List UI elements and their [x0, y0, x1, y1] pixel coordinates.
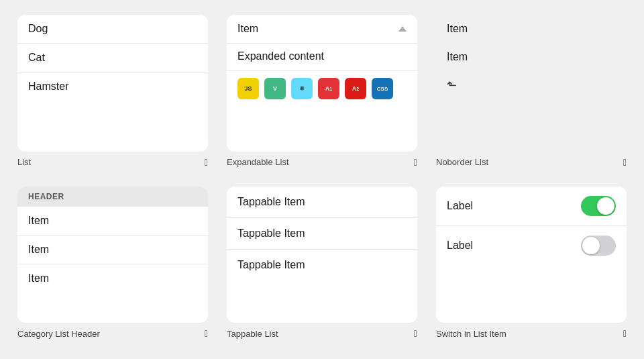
cell-noborder-list: Item Item ⬑ Noborder List  — [427, 8, 636, 180]
list-item: Hamster — [17, 72, 208, 101]
chevron-up-icon — [398, 26, 407, 32]
cell-label: Noborder List  — [436, 157, 627, 168]
angular2-icon: A2 — [345, 78, 366, 99]
list-label: List — [17, 157, 31, 167]
switch-label: Label — [447, 200, 473, 212]
css-icon: CSS — [372, 78, 393, 99]
apple-icon:  — [414, 157, 417, 168]
tappable-list-label: Tappable List — [227, 329, 278, 339]
switch-list-label: Switch in List Item — [436, 329, 506, 339]
expandable-list-card: Item Expanded content JS V ⚛ A1 A2 CSS — [227, 15, 417, 152]
switch-label: Label — [447, 240, 473, 252]
list-item: Item — [17, 236, 208, 264]
list-card: Dog Cat Hamster — [17, 15, 208, 152]
toggle-knob — [582, 237, 600, 254]
tappable-item[interactable]: Tappable Item — [227, 187, 417, 218]
toggle-knob — [597, 197, 614, 215]
tappable-item[interactable]: Tappable Item — [227, 250, 417, 280]
switch-list-card: Label Label — [436, 187, 627, 323]
cell-label: Switch in List Item  — [436, 328, 627, 339]
js-icon: JS — [237, 78, 259, 99]
list-item: Item — [17, 264, 208, 293]
expandable-item-label: Item — [237, 23, 258, 35]
toggle-on[interactable] — [581, 196, 616, 216]
react-icon: ⚛ — [291, 78, 313, 99]
noborder-list-label: Noborder List — [436, 157, 488, 167]
list-item: Cat — [17, 44, 208, 72]
category-list-label: Category List Header — [17, 329, 100, 339]
apple-icon:  — [205, 157, 208, 168]
cell-list: Dog Cat Hamster List  — [8, 8, 217, 180]
cell-tappable-list: Tappable Item Tappable Item Tappable Ite… — [217, 180, 427, 352]
category-list-card: HEADER Item Item Item — [17, 187, 208, 323]
apple-icon:  — [623, 157, 627, 168]
category-header: HEADER — [17, 187, 208, 207]
cell-category-list: HEADER Item Item Item Category List Head… — [8, 180, 217, 352]
cell-label: Tappable List  — [227, 328, 417, 339]
switch-row: Label — [436, 226, 627, 265]
tappable-list-card: Tappable Item Tappable Item Tappable Ite… — [227, 187, 417, 323]
cell-expandable-list: Item Expanded content JS V ⚛ A1 A2 CSS E… — [217, 8, 427, 180]
list-item: Item — [17, 207, 208, 236]
apple-icon:  — [623, 328, 627, 339]
toggle-off[interactable] — [581, 236, 616, 256]
main-grid: Dog Cat Hamster List  Item Expanded con… — [0, 0, 644, 359]
expanded-content: Expanded content — [227, 44, 417, 71]
switch-row: Label — [436, 187, 627, 226]
cursor-icon: ⬑ — [447, 78, 457, 93]
vue-icon: V — [264, 78, 286, 99]
tech-icons-row: JS V ⚛ A1 A2 CSS — [227, 71, 417, 106]
apple-icon:  — [414, 328, 417, 339]
cell-label: Category List Header  — [17, 328, 208, 339]
cell-switch-list: Label Label Switch in List Item  — [427, 180, 636, 352]
noborder-item: Item — [436, 43, 627, 71]
noborder-item: Item — [436, 15, 627, 43]
noborder-list-card: Item Item ⬑ — [436, 15, 627, 152]
expandable-list-label: Expandable List — [227, 157, 289, 167]
apple-icon:  — [205, 328, 208, 339]
cell-label: Expandable List  — [227, 157, 417, 168]
tappable-item[interactable]: Tappable Item — [227, 218, 417, 250]
angular1-icon: A1 — [318, 78, 339, 99]
expandable-item[interactable]: Item — [227, 15, 417, 44]
list-item: Dog — [17, 15, 208, 44]
cursor-area: ⬑ — [436, 71, 627, 97]
cell-label: List  — [17, 157, 208, 168]
